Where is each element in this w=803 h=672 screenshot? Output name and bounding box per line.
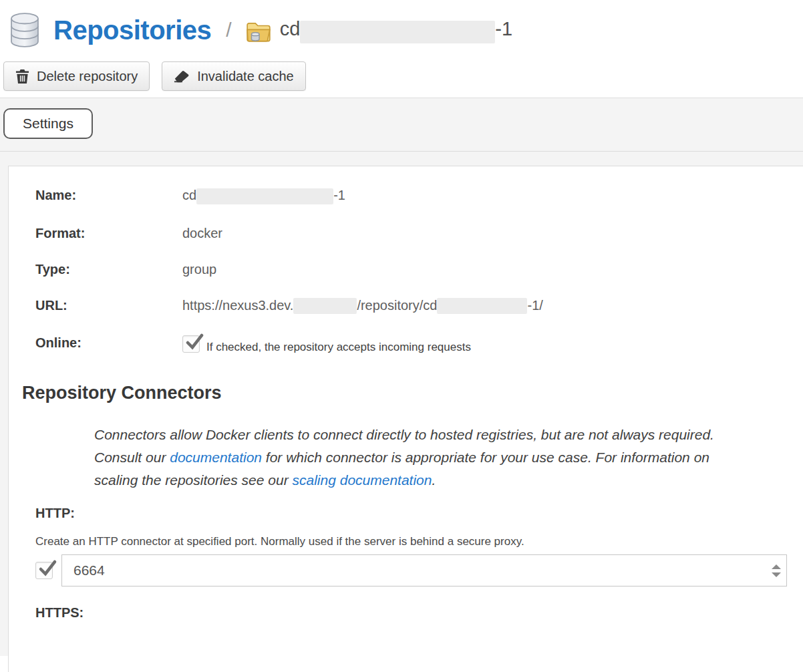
database-icon bbox=[5, 11, 44, 49]
url-part1: https://nexus3.dev. bbox=[182, 298, 293, 313]
scaling-documentation-link[interactable]: scaling documentation bbox=[293, 472, 432, 488]
stepper-up-icon[interactable] bbox=[772, 564, 781, 569]
form-row-url: URL: https://nexus3.dev./repository/cd-1… bbox=[35, 298, 803, 315]
page-title: Repositories bbox=[53, 15, 211, 45]
type-value: group bbox=[182, 262, 216, 277]
checkmark-icon bbox=[184, 332, 204, 352]
format-value: docker bbox=[182, 226, 222, 240]
url-part2: /repository/cd bbox=[357, 298, 437, 313]
form-row-name: Name: cd-1 bbox=[35, 188, 803, 204]
type-label: Type: bbox=[35, 262, 182, 277]
stepper-down-icon[interactable] bbox=[772, 572, 781, 577]
http-label: HTTP: bbox=[35, 506, 803, 521]
form-row-online: Online: If checked, the repository accep… bbox=[35, 335, 803, 355]
repository-name-prefix: cd bbox=[280, 18, 301, 39]
name-value: cd-1 bbox=[182, 188, 345, 204]
http-port-input[interactable] bbox=[61, 554, 787, 586]
url-value: https://nexus3.dev./repository/cd-1/ bbox=[182, 298, 543, 315]
delete-repository-button[interactable]: Delete repository bbox=[3, 61, 150, 91]
tab-bar: Settings bbox=[0, 98, 803, 152]
redacted-block bbox=[300, 21, 495, 43]
name-label: Name: bbox=[35, 188, 182, 204]
redacted-block bbox=[196, 188, 333, 204]
format-label: Format: bbox=[35, 226, 182, 240]
form-row-format: Format: docker bbox=[35, 226, 803, 240]
repository-folder-icon bbox=[245, 20, 272, 44]
online-label: Online: bbox=[35, 335, 182, 350]
invalidate-cache-button[interactable]: Invalidate cache bbox=[162, 61, 306, 91]
documentation-link[interactable]: documentation bbox=[170, 450, 262, 465]
online-help-text: If checked, the repository accepts incom… bbox=[206, 335, 471, 355]
repository-name: cd-1 bbox=[280, 18, 512, 41]
name-value-prefix: cd bbox=[182, 188, 196, 202]
settings-panel: Name: cd-1 Format: docker Type: group UR… bbox=[8, 166, 803, 672]
url-label: URL: bbox=[35, 298, 182, 315]
https-label: HTTPS: bbox=[35, 605, 803, 621]
redacted-block bbox=[293, 298, 357, 314]
content-area: Name: cd-1 Format: docker Type: group UR… bbox=[0, 152, 803, 656]
trash-icon bbox=[15, 69, 29, 84]
checkmark-icon bbox=[37, 558, 57, 578]
http-port-field-wrap bbox=[61, 554, 787, 586]
online-checkbox[interactable] bbox=[182, 335, 200, 353]
eraser-icon bbox=[174, 69, 190, 83]
name-value-suffix: -1 bbox=[333, 188, 345, 202]
delete-repository-label: Delete repository bbox=[37, 69, 138, 84]
toolbar: Delete repository Invalidate cache bbox=[0, 51, 803, 90]
form-row-type: Type: group bbox=[35, 262, 803, 277]
repository-name-suffix: -1 bbox=[495, 18, 512, 39]
breadcrumb-separator: / bbox=[226, 19, 231, 41]
url-part3: -1/ bbox=[527, 298, 542, 313]
tab-settings[interactable]: Settings bbox=[3, 108, 93, 139]
http-connector-checkbox[interactable] bbox=[35, 562, 53, 579]
redacted-block bbox=[437, 298, 527, 314]
repository-connectors-heading: Repository Connectors bbox=[22, 383, 803, 403]
http-port-row bbox=[35, 554, 803, 586]
port-stepper bbox=[772, 554, 781, 586]
desc-text-3: . bbox=[432, 472, 436, 488]
http-help-text: Create an HTTP connector at specified po… bbox=[35, 535, 803, 548]
invalidate-cache-label: Invalidate cache bbox=[197, 69, 294, 84]
page-header: Repositories / cd-1 bbox=[0, 0, 803, 51]
connectors-description: Connectors allow Docker clients to conne… bbox=[94, 424, 730, 492]
